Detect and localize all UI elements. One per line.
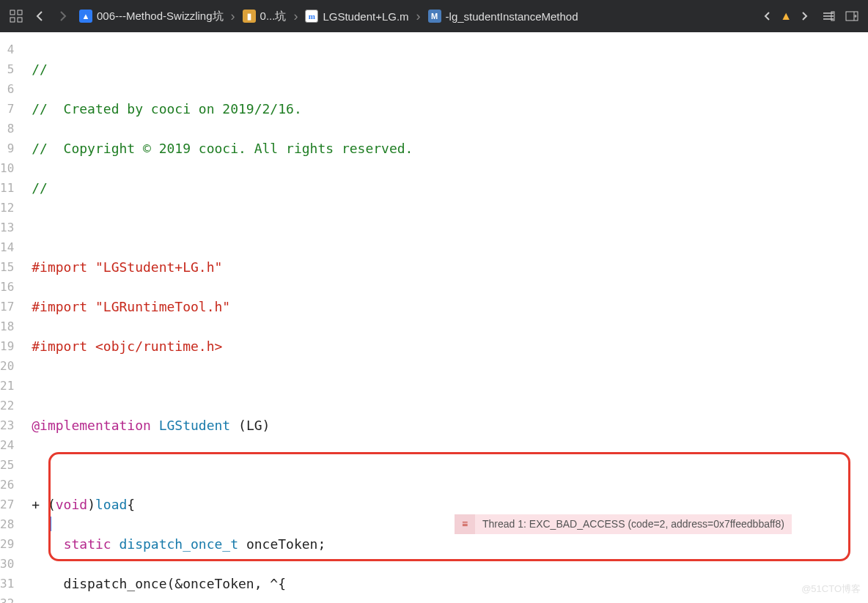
- runtime-error-banner[interactable]: ≡ Thread 1: EXC_BAD_ACCESS (code=2, addr…: [455, 514, 792, 534]
- nav-back-icon[interactable]: [29, 6, 50, 26]
- svg-rect-1: [18, 10, 22, 15]
- add-editor-icon[interactable]: [842, 6, 862, 26]
- toolbar: ▲ 006---Method-Swizzling坑 › ▮ 0...坑 › m …: [0, 0, 868, 32]
- m-file-icon: m: [305, 10, 318, 23]
- breadcrumb-label: -lg_studentInstanceMethod: [446, 10, 578, 23]
- svg-rect-2: [10, 18, 15, 22]
- error-icon: ≡: [455, 514, 475, 534]
- chevron-right-icon: ›: [229, 9, 237, 24]
- related-items-icon[interactable]: [6, 6, 26, 26]
- svg-rect-3: [18, 18, 22, 22]
- nav-forward-icon[interactable]: [53, 6, 73, 26]
- adjust-editor-icon[interactable]: [818, 6, 839, 26]
- breadcrumb-folder[interactable]: ▮ 0...坑: [240, 10, 290, 23]
- code-editor[interactable]: 456 789 101112 131415 161718 192021 2223…: [0, 32, 868, 603]
- xcodeproj-icon: ▲: [79, 10, 92, 23]
- breadcrumb-label: LGStudent+LG.m: [323, 10, 408, 23]
- svg-rect-0: [10, 10, 15, 15]
- breadcrumb-label: 006---Method-Swizzling坑: [97, 10, 224, 23]
- method-icon: M: [428, 10, 441, 23]
- folder-icon: ▮: [243, 10, 256, 23]
- breadcrumb-label: 0...坑: [260, 10, 287, 23]
- breadcrumb-file[interactable]: m LGStudent+LG.m: [302, 10, 411, 23]
- chevron-right-icon: ›: [415, 9, 422, 24]
- chevron-right-icon: ›: [292, 9, 299, 24]
- breadcrumb-project[interactable]: ▲ 006---Method-Swizzling坑: [76, 10, 227, 23]
- breadcrumb-method[interactable]: M -lg_studentInstanceMethod: [425, 10, 581, 23]
- error-text: Thread 1: EXC_BAD_ACCESS (code=2, addres…: [475, 514, 792, 534]
- issue-prev-icon[interactable]: [757, 6, 777, 26]
- issue-next-icon[interactable]: [795, 6, 815, 26]
- warning-icon[interactable]: ▲: [780, 10, 792, 23]
- line-number-gutter: 456 789 101112 131415 161718 192021 2223…: [0, 32, 24, 603]
